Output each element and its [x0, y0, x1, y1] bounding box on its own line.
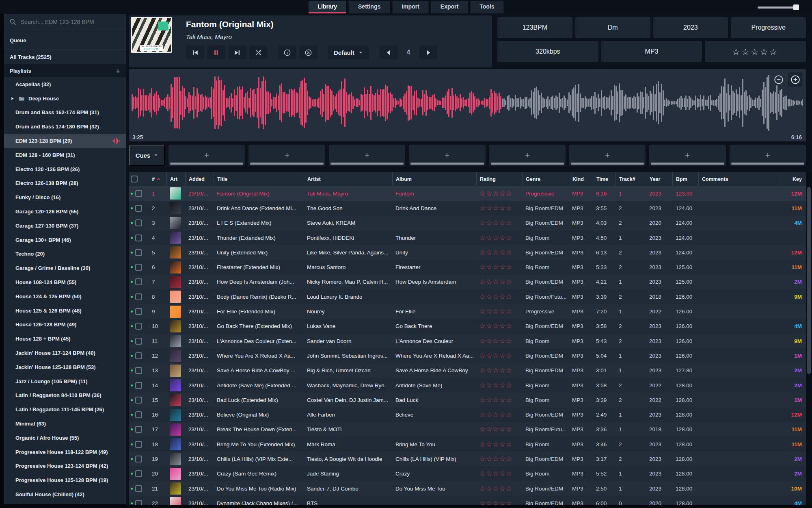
- sidebar-playlist-item[interactable]: Acapellas (32): [4, 77, 126, 91]
- rating-stars[interactable]: ☆☆☆☆☆: [479, 293, 512, 300]
- sidebar-playlist-item[interactable]: Organic / Afro House (55): [4, 431, 126, 445]
- volume-slider[interactable]: [758, 5, 798, 10]
- cue-slot-add-button[interactable]: [409, 145, 485, 166]
- table-row[interactable]: 223/10/...Drink And Dance (Extended Mi..…: [129, 201, 806, 215]
- sidebar-playlist-item[interactable]: Drum and Bass 162-174 BPM (31): [4, 106, 126, 120]
- rating-stars[interactable]: ☆☆☆☆☆: [479, 470, 512, 477]
- sidebar-playlist-item[interactable]: Electro 120 -126 BPM (26): [4, 162, 126, 176]
- cue-slot-add-button[interactable]: [168, 145, 245, 166]
- table-row[interactable]: 2023/10/...Crazy (Sam Gee Remix)Jade Sta…: [129, 467, 806, 481]
- table-row[interactable]: 323/10/...L I E S (Extended Mix)Steve Ao…: [129, 216, 806, 230]
- table-row[interactable]: 623/10/...Firestarter (Extended Mix)Marc…: [129, 260, 806, 274]
- row-checkbox[interactable]: [135, 426, 142, 433]
- add-playlist-button[interactable]: +: [116, 67, 120, 75]
- next-track-button[interactable]: [228, 46, 246, 59]
- rating-stars[interactable]: ☆☆☆☆☆: [479, 234, 512, 241]
- sidebar-playlist-item[interactable]: Latin / Reggaeton 84-110 BPM (36): [4, 389, 126, 403]
- rating-stars[interactable]: ☆☆☆☆☆: [479, 308, 512, 315]
- info-bitrate-box[interactable]: 320kbps: [497, 41, 598, 62]
- table-row[interactable]: 1923/10/...Chills (LA Hills) (VIP Mix Ex…: [129, 452, 806, 466]
- row-checkbox[interactable]: [135, 264, 142, 271]
- sidebar-playlist-item[interactable]: EDM 123-128 BPM (29): [4, 134, 126, 148]
- rating-stars[interactable]: ☆☆☆☆☆: [479, 367, 512, 374]
- row-checkbox[interactable]: [135, 485, 142, 492]
- cues-dropdown[interactable]: Cues: [129, 145, 165, 166]
- column-header-number[interactable]: #: [149, 172, 166, 186]
- table-row[interactable]: 1023/10/...Go Back There (Extended Mix)L…: [129, 319, 806, 334]
- info-rating-box[interactable]: ☆☆☆☆☆: [705, 41, 806, 62]
- tab-settings[interactable]: Settings: [349, 1, 390, 13]
- table-scrollbar[interactable]: [806, 172, 812, 508]
- row-checkbox[interactable]: [135, 367, 142, 374]
- table-row[interactable]: 723/10/...How Deep Is Amsterdam (Joh...N…: [129, 275, 806, 289]
- rating-stars[interactable]: ☆☆☆☆☆: [479, 190, 512, 197]
- rating-stars[interactable]: ☆☆☆☆☆: [479, 456, 512, 462]
- tab-tools[interactable]: Tools: [470, 1, 503, 13]
- table-row[interactable]: 523/10/...Unity (Extended Mix)Like Mike,…: [129, 245, 806, 260]
- row-checkbox[interactable]: [135, 382, 142, 389]
- waveform[interactable]: [132, 72, 803, 133]
- sidebar-playlist-item[interactable]: House 125 & 126 BPM (48): [4, 304, 126, 318]
- rating-stars[interactable]: ☆☆☆☆☆: [479, 205, 512, 212]
- table-row[interactable]: 1123/10/...L'Annonce Des Couleur (Exten.…: [129, 334, 806, 348]
- row-checkbox[interactable]: [135, 323, 142, 330]
- row-checkbox[interactable]: [135, 278, 142, 285]
- view-mode-dropdown[interactable]: Default: [328, 46, 369, 59]
- info-genre-box[interactable]: Progressive: [731, 17, 806, 38]
- sidebar-playlist-item[interactable]: Soulful House (Chilled) (42): [4, 487, 126, 501]
- rating-stars[interactable]: ☆☆☆☆☆: [479, 352, 512, 359]
- row-checkbox[interactable]: [135, 219, 142, 226]
- sidebar-playlist-item[interactable]: Garage 120-126 BPM (55): [4, 204, 126, 219]
- row-checkbox[interactable]: [135, 441, 142, 448]
- table-row[interactable]: 423/10/...Thunder (Extended Mix)Pontifex…: [129, 230, 806, 245]
- pause-button[interactable]: [207, 46, 225, 59]
- zoom-out-icon[interactable]: [773, 74, 784, 85]
- sidebar-playlist-item[interactable]: Progressive House 123-124 BPM (42): [4, 459, 126, 473]
- sidebar-playlist-item[interactable]: House 108-124 BPM (55): [4, 275, 126, 289]
- rating-stars[interactable]: ☆☆☆☆☆: [479, 323, 512, 330]
- sidebar-playlist-item[interactable]: Electro 126-138 BPM (28): [4, 176, 126, 191]
- column-header-rating[interactable]: Rating: [476, 172, 522, 186]
- sidebar-playlist-item[interactable]: Drum and Bass 174-180 BPM (32): [4, 119, 126, 134]
- sidebar-item-all-tracks[interactable]: All Tracks (2525): [4, 50, 126, 64]
- table-row[interactable]: 123/10/...Fantom (Original Mix)Tali Muss…: [129, 186, 806, 201]
- info-year-box[interactable]: 2023: [653, 17, 728, 38]
- rating-stars[interactable]: ☆☆☆☆☆: [479, 382, 512, 389]
- sidebar-playlist-item[interactable]: Funky / Disco (16): [4, 190, 126, 204]
- table-row[interactable]: 1523/10/...Bad Luck (Extended Mix)Costel…: [129, 393, 806, 407]
- volume-handle[interactable]: [793, 4, 799, 10]
- row-checkbox[interactable]: [135, 397, 142, 404]
- cue-slot-add-button[interactable]: [649, 145, 726, 166]
- sidebar-playlist-item[interactable]: Garage 130+ BPM (46): [4, 233, 126, 247]
- rating-stars[interactable]: ☆☆☆☆☆: [479, 278, 512, 285]
- clear-button[interactable]: [299, 46, 317, 59]
- row-checkbox[interactable]: [135, 190, 142, 197]
- table-row[interactable]: 1723/10/...Break The House Down (Exten..…: [129, 422, 806, 437]
- column-header-year[interactable]: Year: [646, 172, 672, 186]
- row-checkbox[interactable]: [135, 338, 142, 345]
- waveform-panel[interactable]: 3:25 6:16: [129, 69, 806, 141]
- row-checkbox[interactable]: [135, 470, 142, 477]
- table-row[interactable]: 1323/10/...Save A Horse Ride A CowBoy ..…: [129, 363, 806, 378]
- row-checkbox[interactable]: [135, 249, 142, 256]
- column-header-time[interactable]: Time: [593, 172, 615, 186]
- column-header-artist[interactable]: Artist: [304, 172, 392, 186]
- info-format-box[interactable]: MP3: [601, 41, 702, 62]
- column-header-key[interactable]: Key: [782, 172, 805, 186]
- table-row[interactable]: 923/10/...For Ellie (Extended Mix)Nourey…: [129, 304, 806, 319]
- zoom-in-button[interactable]: [788, 72, 803, 87]
- tab-export[interactable]: Export: [431, 1, 468, 13]
- sidebar-playlist-item[interactable]: Deep House: [4, 91, 126, 106]
- rating-stars[interactable]: ☆☆☆☆☆: [479, 441, 512, 448]
- table-row[interactable]: 1223/10/...Where You Are X Reload X Aa..…: [129, 348, 806, 363]
- rating-stars[interactable]: ☆☆☆☆☆: [479, 249, 512, 256]
- sidebar-playlist-item[interactable]: House 128 + BPM (45): [4, 332, 126, 346]
- caret-right-icon[interactable]: [10, 96, 15, 101]
- column-header-tracknum[interactable]: Track#: [615, 172, 646, 186]
- column-header-title[interactable]: Title: [214, 172, 304, 186]
- select-all-checkbox[interactable]: [131, 176, 138, 182]
- column-header-bpm[interactable]: Bpm: [672, 172, 698, 186]
- rating-stars[interactable]: ☆☆☆☆☆: [479, 485, 512, 492]
- table-row[interactable]: 1423/10/...Antidote (Save Me) (Extended …: [129, 378, 806, 393]
- row-checkbox[interactable]: [135, 234, 142, 241]
